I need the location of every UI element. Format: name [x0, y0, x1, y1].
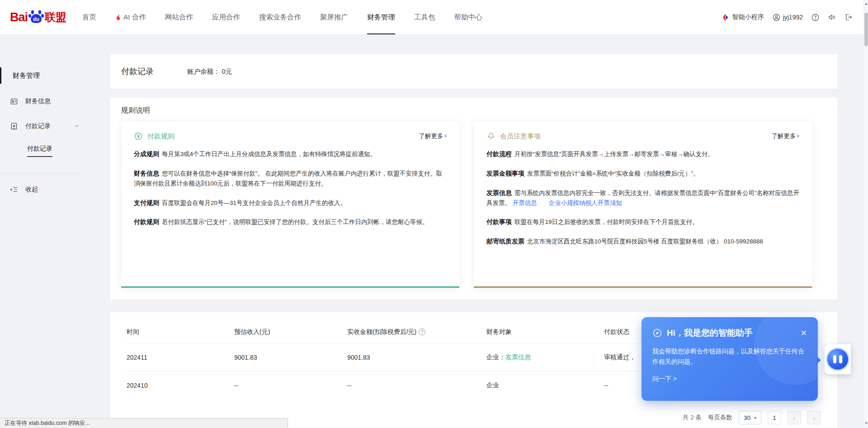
assistant-message: 我会帮助您诊断合作链路问题，以及解答您关于任何合作相关的问题。: [652, 346, 804, 367]
assistant-popup: Hi，我是您的智能助手 ✕ 我会帮助您诊断合作链路问题，以及解答您关于任何合作相…: [642, 317, 818, 401]
page-scrollbar[interactable]: ▲ ▼: [863, 0, 868, 428]
rule-paragraph: 支付规则百度联盟会在每月20号—31号支付企业会员上个自然月产生的收入。: [134, 198, 447, 208]
assistant-title: Hi，我是您的智能助手: [667, 327, 753, 339]
assistant-robot-button[interactable]: [825, 344, 851, 374]
badge-star-icon: [10, 122, 18, 130]
user-account[interactable]: jyj1992: [773, 14, 803, 21]
help-icon[interactable]: [811, 14, 819, 21]
sidebar-item-label: 财务信息: [25, 97, 51, 105]
sound-icon[interactable]: [828, 13, 836, 21]
user-icon: [773, 14, 780, 21]
invoice-info-link[interactable]: 开票信息: [513, 200, 537, 206]
sidebar-divider: [0, 173, 81, 174]
nav-finance-management[interactable]: 财务管理: [367, 0, 395, 34]
page-header-band: 付款记录 账户余额： 0元: [110, 54, 837, 89]
id-card-icon: [10, 97, 18, 105]
main-nav: 首页 AI 合作 网站合作 应用合作 搜索业务合作 聚屏推广 财务管理 工具包 …: [73, 0, 491, 34]
per-page-select[interactable]: 30 ▾: [739, 411, 761, 424]
account-balance: 账户余额： 0元: [187, 67, 232, 76]
close-icon[interactable]: ✕: [801, 328, 807, 338]
chevron-up-icon[interactable]: [74, 124, 80, 129]
collapse-arrow-icon: [10, 186, 18, 193]
cell-estimated: 9001.83: [234, 354, 347, 361]
per-page-label: 每页条数: [708, 414, 732, 422]
cell-estimated: --: [234, 382, 347, 389]
assistant-ask-link[interactable]: 问一下 >: [652, 375, 807, 383]
robot-face-icon: [827, 349, 848, 370]
payment-rules-card-title: 付款规则: [147, 132, 175, 141]
coin-icon: [134, 132, 143, 141]
col-estimated-income: 预估收入(元): [234, 328, 347, 336]
logo-text-bai: Bai: [10, 10, 28, 24]
logout-icon[interactable]: [844, 13, 853, 21]
page-title: 付款记录: [121, 66, 154, 77]
logo-text-union: 联盟: [45, 10, 66, 24]
small-taxpayer-guide-link[interactable]: 企业小规模纳税人开票须知: [549, 200, 622, 206]
payment-rules-more-link[interactable]: 了解更多›: [419, 132, 447, 140]
cell-received: 9001.83: [347, 354, 486, 361]
scroll-down-arrow[interactable]: ▼: [864, 421, 868, 425]
col-finance-target: 财务对象: [486, 328, 604, 336]
row-invoice-info-link[interactable]: 发票信息: [505, 353, 531, 361]
member-notes-card: 会员注意事项 了解更多› 付款流程月初按“发票信息”页面开具发票→上传发票→邮寄…: [474, 122, 812, 288]
prev-page-button[interactable]: ‹: [788, 411, 801, 424]
note-paragraph: 付款事项联盟在每月19日之后签收的发票，付款时间安排在下个月首批支付。: [486, 217, 799, 227]
cell-target: 企业: [486, 381, 604, 390]
sidebar-collapse-button[interactable]: 收起: [0, 185, 90, 194]
received-amount-help-icon[interactable]: ?: [419, 328, 425, 335]
note-paragraph: 发票金额事项发票票面“价税合计”金额=系统中“实收金额（扣除税费后/元）”。: [486, 168, 799, 179]
rule-paragraph: 付款规则若付款状态显示“已支付”，说明联盟已安排了您的付款。支付后三个工作日内到…: [134, 217, 447, 227]
cell-received: --: [347, 382, 486, 389]
rules-section: 规则说明 付款规则 了解更多›: [110, 98, 837, 300]
member-notes-more-link[interactable]: 了解更多›: [772, 132, 799, 140]
note-paragraph: 付款流程月初按“发票信息”页面开具发票→上传发票→邮寄发票→审核→确认支付。: [486, 149, 799, 159]
nav-toolkit[interactable]: 工具包: [414, 0, 435, 34]
sidebar: 财务管理 财务信息 付款记录 付款记录: [0, 34, 90, 428]
nav-home[interactable]: 首页: [82, 0, 96, 34]
rule-paragraph: 财务信息您可以在财务信息中选择“保留付款”。 在此期间您产生的收入将在账户内进行…: [134, 168, 447, 189]
baidu-paw-icon: du: [28, 9, 44, 24]
member-notes-card-title: 会员注意事项: [500, 132, 541, 141]
col-received-amount: 实收金额(扣除税费后/元)?: [347, 328, 486, 336]
topbar-right-area: 智能小程序 jyj1992: [722, 13, 853, 21]
miniapp-icon: [722, 14, 730, 21]
cell-time: 202410: [127, 382, 234, 389]
compass-icon: [652, 328, 662, 338]
nav-ai-cooperation[interactable]: AI 合作: [115, 0, 146, 34]
browser-status-bar: 正在等待 xlab.baidu.com 的响应...: [0, 418, 288, 428]
cell-time: 202411: [127, 354, 234, 361]
nav-juping-promotion[interactable]: 聚屏推广: [320, 0, 348, 34]
payment-rules-card: 付款规则 了解更多› 分成规则每月第3或4个工作日产出上月分成信息及发票信息，如…: [121, 122, 459, 288]
sidebar-title-finance: 财务管理: [0, 71, 90, 81]
chevron-down-icon: ▾: [754, 415, 756, 420]
nav-app-cooperation[interactable]: 应用合作: [212, 0, 240, 34]
rule-paragraph: 分成规则每月第3或4个工作日产出上月分成信息及发票信息，如有特殊情况将提前通知。: [134, 149, 447, 159]
svg-text:du: du: [33, 16, 39, 22]
sidebar-item-payment-records[interactable]: 付款记录: [0, 122, 90, 130]
sidebar-item-label: 付款记录: [25, 122, 51, 130]
assistant-popup-arrow: [816, 356, 821, 364]
flame-icon: [115, 14, 121, 21]
rules-section-title: 规则说明: [121, 106, 826, 115]
smart-miniapp-entry[interactable]: 智能小程序: [722, 13, 764, 21]
baidu-union-logo[interactable]: Bai du 联盟: [10, 10, 66, 25]
bell-icon: [486, 132, 495, 141]
status-text: 正在等待 xlab.baidu.com 的响应...: [5, 419, 90, 427]
collapse-label: 收起: [25, 185, 38, 194]
scrollbar-thumb[interactable]: [864, 13, 868, 46]
nav-website-cooperation[interactable]: 网站合作: [165, 0, 193, 34]
next-page-button[interactable]: ›: [807, 411, 821, 424]
nav-help-center[interactable]: 帮助中心: [454, 0, 482, 34]
top-navigation-bar: Bai du 联盟 首页 AI 合作 网站合作 应用合作 搜索业务合作 聚屏推广…: [0, 0, 868, 34]
col-time: 时间: [127, 328, 234, 336]
note-paragraph: 发票信息需与系统内发票信息内容完全一致，否则无法支付。请根据发票信息页面中“百度…: [486, 188, 799, 208]
sidebar-item-finance-info[interactable]: 财务信息: [0, 97, 90, 105]
note-paragraph: 邮寄纸质发票北京市海淀区西北旺东路10号院百度科技园5号楼 百度联盟财务组（收）…: [486, 236, 799, 247]
total-count: 共 2 条: [683, 414, 702, 422]
balance-value: 0元: [222, 68, 232, 75]
nav-search-business[interactable]: 搜索业务合作: [259, 0, 301, 34]
sidebar-subitem-payment-records[interactable]: 付款记录: [27, 145, 90, 157]
page-number-button[interactable]: 1: [768, 411, 781, 424]
scroll-up-arrow[interactable]: ▲: [864, 2, 868, 6]
cell-target: 企业：发票信息: [486, 353, 604, 361]
